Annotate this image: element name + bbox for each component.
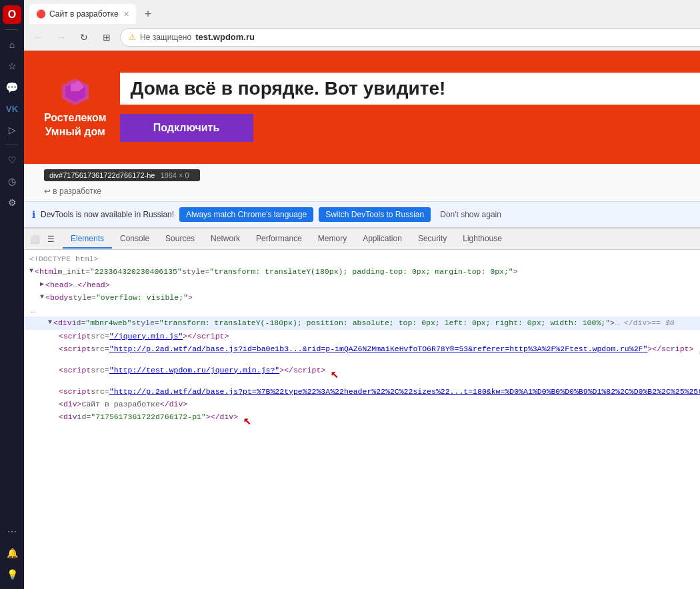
tab-memory[interactable]: Memory [310,230,355,249]
status-text: ↩ в разработке [44,187,101,196]
devtools-toolbar: ⬜ ☰ [28,233,57,246]
tab-performance[interactable]: Performance [248,230,310,249]
new-tab-button[interactable]: + [139,5,157,23]
code-dots: … [24,304,700,316]
code-div-p1: <div id="7175617361722d766172-p1" ></div… [24,410,700,432]
sidebar-icon-bulb[interactable]: 💡 [3,565,21,584]
browser-main: 🔴 Сайт в разработке ✕ + ← → ↻ ⊞ ⚠ Не защ… [24,0,700,589]
sidebar-icon-heart[interactable]: ♡ [3,151,21,169]
sidebar-icon-clock[interactable]: ◷ [3,172,21,191]
red-arrow-4: ↖ [243,432,251,434]
forward-button[interactable]: → [52,28,71,47]
code-head: ▶ <head> … </head> [24,279,700,291]
tab-lighthouse[interactable]: Lighthouse [455,230,510,249]
refresh-button[interactable]: ↻ [75,28,93,47]
ad-logo: Ростелеком Умный дом [44,75,107,139]
red-arrow-3: ↖ [243,411,251,431]
devtools-content[interactable]: <!DOCTYPE html> ▼ <html m_init="22336432… [24,250,700,434]
code-script-jquery: <script src="/jquery.min.js" ></script> [24,330,700,342]
sidebar-icon-opera[interactable]: O [3,5,21,24]
grid-button[interactable]: ⊞ [97,28,116,47]
ad-headline: Дома всё в порядке. Вот увидите! [120,73,700,105]
element-tooltip: div#7175617361722d766172-he 1864 × 0 [44,169,200,181]
tab-application[interactable]: Application [355,230,410,249]
status-bar: ↩ в разработке [24,184,700,199]
page-below-banner: div#7175617361722d766172-he 1864 × 0 ↩ в… [24,164,700,201]
code-div-title: <div> Сайт в разработке </div> [24,398,700,410]
ad-logo-text: Ростелеком Умный дом [44,111,107,139]
ad-banner: Ростелеком Умный дом Дома всё в порядке.… [24,51,700,164]
always-match-language-button[interactable]: Always match Chrome's language [179,207,313,222]
sidebar-divider-2 [5,145,19,145]
switch-to-russian-button[interactable]: Switch DevTools to Russian [319,207,431,222]
tab-close-button[interactable]: ✕ [123,10,129,19]
security-warning-text: Не защищено [140,33,191,42]
tab-security[interactable]: Security [410,230,455,249]
nav-bar: ← → ↻ ⊞ ⚠ Не защищено test.wpdom.ru [24,24,700,51]
tab-network[interactable]: Network [203,230,248,249]
red-arrow-2: ↖ [331,364,339,384]
rostelecom-logo-icon [59,75,92,109]
code-html-open: ▼ <html m_init="223364320230406135" styl… [24,265,700,278]
sidebar-divider-1 [5,29,19,30]
security-warning-icon: ⚠ [129,33,136,42]
sidebar-icon-chat[interactable]: 💬 [3,78,21,97]
tooltip-element-id: div#7175617361722d766172-he [49,171,155,179]
code-div-he: <div id="7175617361722d766172-he" ></div… [24,432,700,434]
page-content: Ростелеком Умный дом Дома всё в порядке.… [24,51,700,589]
sidebar-icon-vk[interactable]: VK [3,99,21,118]
sidebar-icon-star[interactable]: ☆ [3,57,21,75]
devtools-tab-bar: ⬜ ☰ Elements Console Sources Network Per… [24,229,700,250]
device-icon[interactable]: ☰ [44,233,57,246]
devtools-panel: ⬜ ☰ Elements Console Sources Network Per… [24,227,700,434]
dont-show-again-button[interactable]: Don't show again [436,207,505,222]
code-doctype: <!DOCTYPE html> [24,253,700,265]
devtools-notice-text: DevTools is now available in Russian! [41,210,174,219]
devtools-notice-icon: ℹ [32,209,35,220]
tooltip-dimensions: 1864 × 0 [160,171,189,179]
sidebar-icon-play[interactable]: ▷ [3,121,21,139]
sidebar-icon-settings[interactable]: ⚙ [3,193,21,212]
back-button[interactable]: ← [29,28,48,47]
active-tab[interactable]: 🔴 Сайт в разработке ✕ [29,4,136,24]
sidebar-icon-home[interactable]: ⌂ [3,35,21,54]
code-script-p2ad1: <script src="http://p.2ad.wtf/ad/base.js… [24,342,700,364]
sidebar-icon-bell[interactable]: 🔔 [3,544,21,562]
inspector-icon[interactable]: ⬜ [28,233,41,246]
code-script-p2ad2: <script src="http://p.2ad.wtf/ad/base.js… [24,385,700,398]
address-bar[interactable]: ⚠ Не защищено test.wpdom.ru [120,28,700,47]
tab-bar: 🔴 Сайт в разработке ✕ + [24,0,700,24]
tab-console[interactable]: Console [112,230,157,249]
code-body: ▼ <body style="overflow: visible;" > [24,291,700,304]
code-div-main[interactable]: ▼ <div id="mbnr4web" style="transform: t… [24,316,700,329]
code-script-jquery2: <script src="http://test.wpdom.ru/jquery… [24,364,700,385]
sidebar-icon-dots[interactable]: ⋯ [3,522,21,541]
tab-elements[interactable]: Elements [63,230,112,249]
tab-favicon: 🔴 [36,9,45,19]
ad-connect-button[interactable]: Подключить [120,114,253,142]
tab-title: Сайт в разработке [49,9,119,19]
address-url: test.wpdom.ru [195,32,255,42]
tab-sources[interactable]: Sources [157,230,203,249]
devtools-notice-bar: ℹ DevTools is now available in Russian! … [24,201,700,227]
ad-content: Дома всё в порядке. Вот увидите! Подключ… [120,73,700,142]
opera-sidebar: O ⌂ ☆ 💬 VK ▷ ♡ ◷ ⚙ ⋯ 🔔 💡 [0,0,24,589]
